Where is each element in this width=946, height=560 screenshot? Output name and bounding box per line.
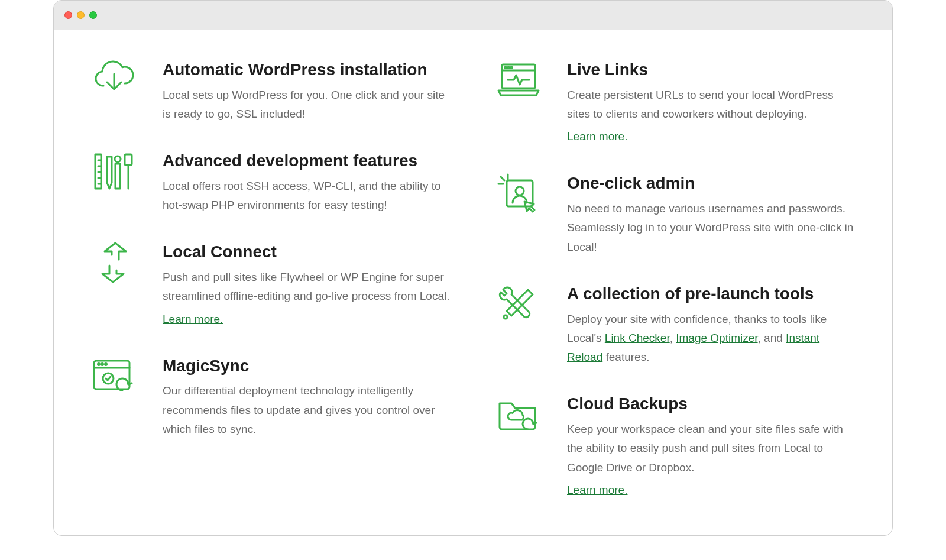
window-titlebar [54, 1, 892, 30]
features-grid: Automatic WordPress installation Local s… [54, 30, 892, 535]
feature-title: Live Links [567, 60, 857, 80]
feature-title: One-click admin [567, 173, 857, 193]
feature-dev-features: Advanced development features Local offe… [89, 151, 452, 215]
user-click-icon [494, 173, 543, 215]
svg-point-19 [508, 67, 509, 68]
feature-local-connect: Local Connect Push and pull sites like F… [89, 242, 452, 328]
feature-title: Local Connect [163, 242, 452, 262]
svg-point-20 [511, 67, 512, 68]
svg-line-21 [501, 177, 504, 180]
close-window-dot[interactable] [64, 11, 72, 19]
sync-arrows-icon [89, 242, 139, 283]
feature-cloud-backups: Cloud Backups Keep your workspace clean … [494, 394, 857, 500]
cloud-download-icon [89, 60, 139, 101]
svg-point-14 [105, 363, 107, 365]
app-window: Automatic WordPress installation Local s… [53, 0, 893, 536]
feature-title: A collection of pre-launch tools [567, 284, 857, 304]
svg-point-18 [505, 67, 506, 68]
feature-desc: Local sets up WordPress for you. One cli… [163, 86, 452, 124]
feature-title: Advanced development features [163, 151, 452, 171]
laptop-pulse-icon [494, 60, 543, 101]
feature-desc: No need to manage various usernames and … [567, 199, 857, 257]
feature-desc: Deploy your site with confidence, thanks… [567, 310, 857, 367]
feature-desc: Our differential deployment technology i… [163, 381, 452, 439]
learn-more-link[interactable]: Learn more. [567, 481, 627, 500]
features-right-column: Live Links Create persistent URLs to sen… [494, 60, 857, 500]
feature-desc-text: Push and pull sites like Flywheel or WP … [163, 271, 449, 302]
svg-rect-16 [502, 64, 535, 88]
feature-live-links: Live Links Create persistent URLs to sen… [494, 60, 857, 146]
feature-prelaunch-tools: A collection of pre-launch tools Deploy … [494, 284, 857, 367]
learn-more-link[interactable]: Learn more. [163, 310, 223, 329]
svg-point-12 [98, 363, 100, 365]
feature-desc-text: Create persistent URLs to send your loca… [567, 89, 834, 120]
svg-rect-7 [115, 164, 120, 189]
feature-magicsync: MagicSync Our differential deployment te… [89, 356, 452, 439]
svg-point-6 [115, 156, 121, 162]
feature-auto-install: Automatic WordPress installation Local s… [89, 60, 452, 124]
features-left-column: Automatic WordPress installation Local s… [89, 60, 452, 500]
image-optimizer-link[interactable]: Image Optimizer [676, 332, 757, 344]
svg-point-26 [504, 315, 507, 319]
svg-rect-8 [125, 154, 132, 165]
feature-desc: Keep your workspace clean and your site … [567, 420, 857, 500]
svg-point-25 [516, 187, 524, 195]
wrench-screwdriver-icon [494, 284, 543, 325]
folder-cloud-sync-icon [494, 394, 543, 435]
browser-sync-icon [89, 356, 139, 397]
feature-desc: Push and pull sites like Flywheel or WP … [163, 268, 452, 329]
feature-title: Automatic WordPress installation [163, 60, 452, 80]
feature-one-click-admin: One-click admin No need to manage variou… [494, 173, 857, 256]
svg-point-13 [102, 363, 103, 365]
feature-desc-text: Keep your workspace clean and your site … [567, 423, 843, 474]
minimize-window-dot[interactable] [77, 11, 85, 19]
feature-desc: Create persistent URLs to send your loca… [567, 86, 857, 147]
learn-more-link[interactable]: Learn more. [567, 127, 627, 146]
link-checker-link[interactable]: Link Checker [605, 332, 670, 344]
maximize-window-dot[interactable] [89, 11, 97, 19]
ruler-tools-icon [89, 151, 139, 192]
feature-title: Cloud Backups [567, 394, 857, 414]
feature-desc: Local offers root SSH access, WP-CLI, an… [163, 177, 452, 215]
feature-title: MagicSync [163, 356, 452, 376]
